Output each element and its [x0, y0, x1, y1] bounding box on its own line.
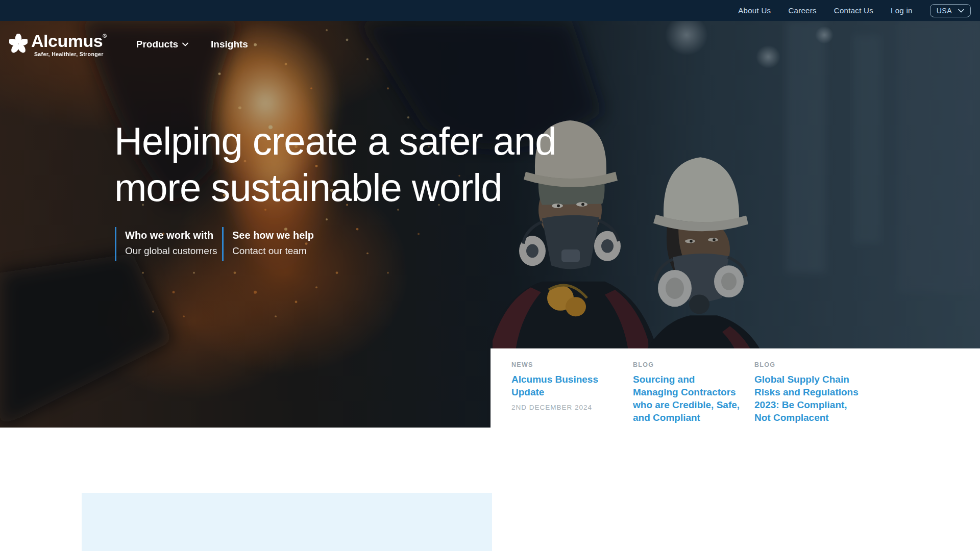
page-title-line1: Helping create a safer and	[114, 118, 556, 164]
cta-see-how-we-help[interactable]: See how we help Contact our team	[222, 227, 329, 261]
region-selector[interactable]: USA	[930, 4, 971, 17]
cta-who-we-work-with[interactable]: Who we work with Our global customers	[115, 227, 222, 261]
nav-item-insights[interactable]: Insights	[211, 39, 248, 50]
registered-mark: ®	[103, 33, 107, 39]
article-date: 2ND DECEMBER 2024	[511, 404, 620, 411]
article-category: BLOG	[754, 361, 863, 368]
region-selector-value: USA	[937, 7, 952, 15]
nav-item-insights-label: Insights	[211, 39, 248, 50]
page-title-line2: more sustainable world	[114, 164, 556, 211]
highlight-panel	[82, 493, 492, 551]
article-title-link[interactable]: Sourcing and Managing Contractors who ar…	[633, 373, 742, 424]
article-card: BLOG Global Supply Chain Risks and Regul…	[754, 361, 863, 428]
article-title-link[interactable]: Global Supply Chain Risks and Regulation…	[754, 373, 863, 424]
nav-item-products[interactable]: Products	[136, 39, 188, 50]
hero-section: Alcumus® Safer, Healthier, Stronger Prod…	[0, 21, 980, 428]
cta-title: Who we work with	[125, 229, 222, 241]
chevron-down-icon	[958, 9, 964, 13]
nav-item-products-label: Products	[136, 39, 178, 50]
flower-icon	[9, 34, 28, 55]
nav-links: Products Insights	[136, 39, 248, 50]
chevron-down-icon	[182, 42, 188, 46]
page-title: Helping create a safer and more sustaina…	[114, 118, 556, 211]
cta-title: See how we help	[232, 229, 329, 241]
brand-name: Alcumus®	[31, 32, 107, 49]
hero-cta-row: Who we work with Our global customers Se…	[115, 227, 329, 261]
main-nav: Alcumus® Safer, Healthier, Stronger Prod…	[0, 21, 980, 68]
logo-text: Alcumus® Safer, Healthier, Stronger	[31, 32, 107, 57]
utility-bar: About Us Careers Contact Us Log in USA	[0, 0, 980, 21]
topbar-link-log-in[interactable]: Log in	[891, 6, 913, 15]
topbar-link-careers[interactable]: Careers	[788, 6, 816, 15]
topbar-link-about-us[interactable]: About Us	[738, 6, 771, 15]
article-title-link[interactable]: Alcumus Business Update	[511, 373, 620, 398]
cta-subtitle: Our global customers	[125, 245, 222, 257]
cta-subtitle: Contact our team	[232, 245, 329, 257]
articles-panel: NEWS Alcumus Business Update 2ND DECEMBE…	[491, 348, 980, 428]
article-card: NEWS Alcumus Business Update 2ND DECEMBE…	[511, 361, 620, 428]
article-category: NEWS	[511, 361, 620, 368]
article-category: BLOG	[633, 361, 742, 368]
brand-tagline: Safer, Healthier, Stronger	[34, 51, 104, 57]
topbar-link-contact-us[interactable]: Contact Us	[834, 6, 873, 15]
brand-logo[interactable]: Alcumus® Safer, Healthier, Stronger	[9, 32, 107, 57]
article-card: BLOG Sourcing and Managing Contractors w…	[633, 361, 742, 428]
